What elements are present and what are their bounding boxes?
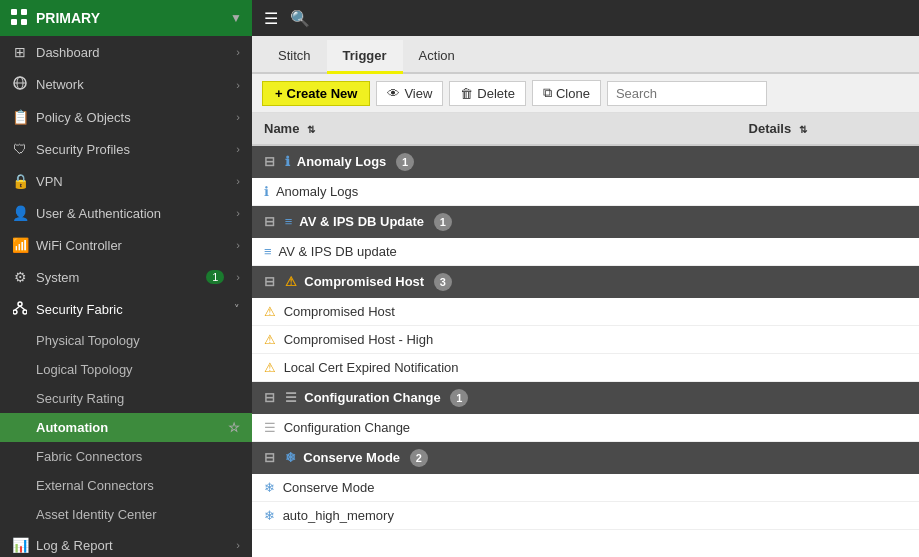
delete-button[interactable]: 🗑 Delete <box>449 81 526 106</box>
sidebar-item-wifi[interactable]: 📶 WiFi Controller › <box>0 229 252 261</box>
chevron-right-icon: › <box>236 271 240 283</box>
view-button[interactable]: 👁 View <box>376 81 443 106</box>
system-badge: 1 <box>206 270 224 284</box>
sidebar-item-vpn[interactable]: 🔒 VPN › <box>0 165 252 197</box>
sidebar-item-automation[interactable]: Automation ☆ <box>0 413 252 442</box>
name-cell: ⚠ Compromised Host <box>252 298 737 326</box>
details-cell <box>737 502 919 530</box>
details-column-header[interactable]: Details ⇅ <box>737 113 919 145</box>
user-icon: 👤 <box>12 205 28 221</box>
sidebar-item-label: User & Authentication <box>36 206 161 221</box>
svg-point-7 <box>18 302 22 306</box>
chevron-right-icon: › <box>236 79 240 91</box>
svg-rect-1 <box>21 9 27 15</box>
sidebar-item-dashboard[interactable]: ⊞ Dashboard › <box>0 36 252 68</box>
sidebar-item-external-connectors[interactable]: External Connectors <box>0 471 252 500</box>
tab-trigger[interactable]: Trigger <box>327 40 403 74</box>
sidebar-item-system[interactable]: ⚙ System 1 › <box>0 261 252 293</box>
trigger-table: Name ⇅ Details ⇅ ⊟ ℹ Anomaly Logs <box>252 113 919 530</box>
table-row[interactable]: ⊟ ☰ Configuration Change 1 <box>252 382 919 415</box>
main-content: ☰ 🔍 Stitch Trigger Action + Create New 👁… <box>252 0 919 557</box>
details-cell <box>737 474 919 502</box>
sort-icon: ⇅ <box>307 124 315 135</box>
search-input[interactable] <box>607 81 767 106</box>
sidebar-header[interactable]: PRIMARY ▼ <box>0 0 252 36</box>
search-icon[interactable]: 🔍 <box>290 9 310 28</box>
details-cell <box>737 354 919 382</box>
sidebar-item-security-fabric[interactable]: Security Fabric ˅ <box>0 293 252 326</box>
sidebar-item-physical-topology[interactable]: Physical Topology <box>0 326 252 355</box>
expand-icon[interactable]: ⊟ <box>264 214 275 229</box>
table-row[interactable]: ⊟ ⚠ Compromised Host 3 <box>252 266 919 299</box>
table-row[interactable]: ≡ AV & IPS DB update <box>252 238 919 266</box>
subitem-label: Fabric Connectors <box>36 449 142 464</box>
name-cell: ❄ auto_high_memory <box>252 502 737 530</box>
chevron-right-icon: › <box>236 111 240 123</box>
svg-point-9 <box>23 310 27 314</box>
expand-icon[interactable]: ⊟ <box>264 274 275 289</box>
expand-icon[interactable]: ⊟ <box>264 450 275 465</box>
count-badge: 3 <box>434 273 452 291</box>
table-row[interactable]: ⊟ ≡ AV & IPS DB Update 1 <box>252 206 919 239</box>
sidebar-item-label: WiFi Controller <box>36 238 122 253</box>
table-row[interactable]: ❄ Conserve Mode <box>252 474 919 502</box>
chevron-right-icon: › <box>236 175 240 187</box>
svg-rect-2 <box>11 19 17 25</box>
count-badge: 1 <box>396 153 414 171</box>
table-row[interactable]: ☰ Configuration Change <box>252 414 919 442</box>
details-cell <box>737 326 919 354</box>
details-cell <box>737 298 919 326</box>
sidebar-item-policy-objects[interactable]: 📋 Policy & Objects › <box>0 101 252 133</box>
expand-icon[interactable]: ⊟ <box>264 390 275 405</box>
toolbar: + Create New 👁 View 🗑 Delete ⧉ Clone <box>252 74 919 113</box>
sidebar-item-label: VPN <box>36 174 63 189</box>
count-badge: 1 <box>434 213 452 231</box>
clone-button[interactable]: ⧉ Clone <box>532 80 601 106</box>
sidebar-item-asset-identity[interactable]: Asset Identity Center <box>0 500 252 529</box>
name-column-header[interactable]: Name ⇅ <box>252 113 737 145</box>
table-row[interactable]: ⊟ ℹ Anomaly Logs 1 <box>252 145 919 178</box>
table-row[interactable]: ⚠ Compromised Host - High <box>252 326 919 354</box>
table-row[interactable]: ❄ auto_high_memory <box>252 502 919 530</box>
sidebar-item-security-rating[interactable]: Security Rating <box>0 384 252 413</box>
warning-icon: ⚠ <box>264 360 276 375</box>
table-row[interactable]: ⚠ Local Cert Expired Notification <box>252 354 919 382</box>
table-row[interactable]: ℹ Anomaly Logs <box>252 178 919 206</box>
sidebar-item-user-auth[interactable]: 👤 User & Authentication › <box>0 197 252 229</box>
svg-rect-0 <box>11 9 17 15</box>
sidebar-item-security-profiles[interactable]: 🛡 Security Profiles › <box>0 133 252 165</box>
create-new-button[interactable]: + Create New <box>262 81 370 106</box>
tab-stitch[interactable]: Stitch <box>262 40 327 74</box>
clone-label: Clone <box>556 86 590 101</box>
shield-icon: 🛡 <box>12 141 28 157</box>
warning-icon: ⚠ <box>264 332 276 347</box>
info-icon: ℹ <box>264 184 269 199</box>
tab-action[interactable]: Action <box>403 40 471 74</box>
sidebar-title: PRIMARY <box>36 10 100 26</box>
star-icon[interactable]: ☆ <box>228 420 240 435</box>
svg-rect-3 <box>21 19 27 25</box>
policy-icon: 📋 <box>12 109 28 125</box>
expand-icon[interactable]: ⊟ <box>264 154 275 169</box>
name-cell: ⚠ Compromised Host - High <box>252 326 737 354</box>
trash-icon: 🗑 <box>460 86 473 101</box>
sidebar-item-log-report[interactable]: 📊 Log & Report › <box>0 529 252 557</box>
count-badge: 2 <box>410 449 428 467</box>
svg-line-10 <box>15 306 20 310</box>
table-row[interactable]: ⊟ ❄ Conserve Mode 2 <box>252 442 919 475</box>
config-icon: ☰ <box>285 390 297 405</box>
sidebar-item-label: Policy & Objects <box>36 110 131 125</box>
warning-icon: ⚠ <box>285 274 297 289</box>
sidebar-item-label: Security Fabric <box>36 302 123 317</box>
hamburger-icon[interactable]: ☰ <box>264 9 278 28</box>
sidebar-item-network[interactable]: Network › <box>0 68 252 101</box>
dashboard-icon: ⊞ <box>12 44 28 60</box>
sidebar-item-logical-topology[interactable]: Logical Topology <box>0 355 252 384</box>
details-cell <box>737 414 919 442</box>
sidebar-item-fabric-connectors[interactable]: Fabric Connectors <box>0 442 252 471</box>
table-row[interactable]: ⚠ Compromised Host <box>252 298 919 326</box>
delete-label: Delete <box>477 86 515 101</box>
sidebar-item-label: Security Profiles <box>36 142 130 157</box>
network-icon <box>12 76 28 93</box>
view-label: View <box>404 86 432 101</box>
